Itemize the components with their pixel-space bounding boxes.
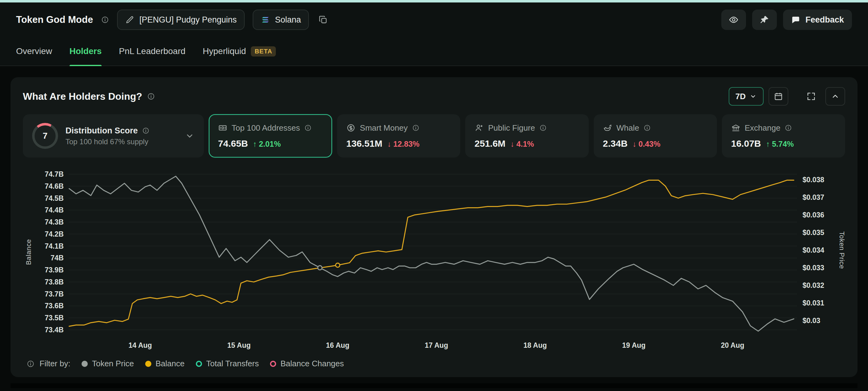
stat-value: 136.51M <box>346 138 382 149</box>
timeframe-select[interactable]: 7D <box>729 87 764 106</box>
coin-dollar-icon <box>346 123 355 132</box>
timeframe-value: 7D <box>736 92 746 101</box>
watchlist-button[interactable] <box>721 9 746 30</box>
bottom-strip <box>10 383 858 388</box>
header-actions: Feedback <box>721 9 852 30</box>
stat-change: ↓ 12.83% <box>388 140 420 149</box>
chevron-down-icon <box>749 93 757 100</box>
tab-hyperliquid[interactable]: Hyperliquid BETA <box>203 37 276 65</box>
tab-holders[interactable]: Holders <box>69 37 102 65</box>
stat-card-public-figure[interactable]: Public Figure 251.6M ↓ 4.1% <box>465 114 588 158</box>
stat-value: 2.34B <box>603 138 628 149</box>
whale-icon <box>603 123 612 132</box>
stat-change: ↑ 2.01% <box>253 140 281 149</box>
page-title: Token God Mode <box>16 14 93 25</box>
filter-row: Filter by: Token Price Balance Total Tra… <box>23 359 845 368</box>
feedback-button[interactable]: Feedback <box>783 9 852 30</box>
bank-icon <box>731 123 740 132</box>
info-icon[interactable] <box>644 124 651 132</box>
svg-text:$0.038: $0.038 <box>803 176 825 184</box>
token-selector-label: [PENGU] Pudgy Penguins <box>139 15 237 25</box>
distribution-subtitle: Top 100 hold 67% supply <box>65 137 150 146</box>
svg-text:74.6B: 74.6B <box>45 182 64 190</box>
holders-panel: What Are Holders Doing? 7D 7 <box>10 77 858 377</box>
svg-text:18 Aug: 18 Aug <box>523 341 547 349</box>
banknote-icon <box>218 123 227 132</box>
edit-icon <box>125 15 134 24</box>
token-god-mode-app: Token God Mode [PENGU] Pudgy Penguins So… <box>0 0 868 391</box>
stat-label: Smart Money <box>360 123 408 133</box>
svg-text:73.5B: 73.5B <box>45 314 64 322</box>
stat-card-smart-money[interactable]: Smart Money 136.51M ↓ 12.83% <box>337 114 460 158</box>
pin-button[interactable] <box>752 9 777 30</box>
fullscreen-button[interactable] <box>802 87 820 106</box>
panel-header: What Are Holders Doing? 7D <box>23 87 845 106</box>
info-icon[interactable] <box>539 124 547 132</box>
info-icon[interactable] <box>304 124 312 132</box>
filter-option-total-transfers[interactable]: Total Transfers <box>196 359 259 368</box>
info-icon[interactable] <box>27 360 35 368</box>
copy-icon <box>318 15 328 25</box>
pin-icon <box>760 15 770 25</box>
chain-selector[interactable]: Solana <box>253 9 309 30</box>
info-icon[interactable] <box>784 124 792 132</box>
radio-dot <box>145 361 151 367</box>
distribution-score-card[interactable]: 7 Distribution Score Top 100 hold 67% su… <box>23 114 204 158</box>
info-icon[interactable] <box>142 127 150 134</box>
token-selector[interactable]: [PENGU] Pudgy Penguins <box>117 9 245 30</box>
info-icon[interactable] <box>147 92 155 100</box>
svg-text:73.7B: 73.7B <box>45 290 64 298</box>
collapse-button[interactable] <box>825 87 845 106</box>
svg-text:$0.037: $0.037 <box>803 193 824 201</box>
svg-text:17 Aug: 17 Aug <box>425 341 448 349</box>
top-progress-strip <box>0 0 868 2</box>
svg-text:15 Aug: 15 Aug <box>227 341 251 349</box>
calendar-button[interactable] <box>769 87 788 106</box>
distribution-score-label: Distribution Score <box>65 126 138 136</box>
solana-icon <box>261 15 270 24</box>
stat-card-top-100-addresses[interactable]: Top 100 Addresses 74.65B ↑ 2.01% <box>209 114 332 158</box>
stat-label: Top 100 Addresses <box>232 123 300 133</box>
svg-text:74B: 74B <box>51 254 64 262</box>
stat-card-exchange[interactable]: Exchange 16.07B ↑ 5.74% <box>722 114 845 158</box>
info-icon[interactable] <box>101 16 109 24</box>
tab-overview[interactable]: Overview <box>16 37 52 65</box>
svg-text:$0.036: $0.036 <box>803 211 824 219</box>
stat-card-whale[interactable]: Whale 2.34B ↓ 0.43% <box>594 114 717 158</box>
filter-option-balance-changes[interactable]: Balance Changes <box>270 359 344 368</box>
svg-text:73.4B: 73.4B <box>45 326 64 334</box>
svg-text:74.7B: 74.7B <box>45 170 64 178</box>
svg-text:74.2B: 74.2B <box>45 230 64 238</box>
stat-value: 16.07B <box>731 138 761 149</box>
chat-bubble-icon <box>791 15 800 24</box>
svg-text:74.4B: 74.4B <box>45 206 64 214</box>
info-icon[interactable] <box>412 124 420 132</box>
chevron-down-icon[interactable] <box>185 131 195 141</box>
svg-text:73.8B: 73.8B <box>45 278 64 286</box>
stat-value: 251.6M <box>474 138 505 149</box>
svg-text:14 Aug: 14 Aug <box>128 341 152 349</box>
svg-text:$0.033: $0.033 <box>803 264 824 272</box>
panel-controls: 7D <box>729 87 845 106</box>
tab-pnl-leaderboard[interactable]: PnL Leaderboard <box>119 37 185 65</box>
copy-address-button[interactable] <box>317 13 329 26</box>
svg-text:$0.034: $0.034 <box>803 246 825 254</box>
svg-text:19 Aug: 19 Aug <box>622 341 646 349</box>
holders-balance-price-chart[interactable]: 74.7B74.6B74.5B74.4B74.3B74.2B74.1B74B73… <box>23 166 845 353</box>
svg-text:74.5B: 74.5B <box>45 194 64 202</box>
stat-change: ↓ 0.43% <box>632 140 660 149</box>
filter-option-token-price[interactable]: Token Price <box>82 359 134 368</box>
stat-change: ↓ 4.1% <box>510 140 534 149</box>
beta-badge: BETA <box>251 46 276 57</box>
eye-icon <box>728 14 739 25</box>
svg-text:16 Aug: 16 Aug <box>326 341 349 349</box>
stat-value: 74.65B <box>218 138 248 149</box>
svg-text:$0.032: $0.032 <box>803 281 824 289</box>
svg-text:$0.03: $0.03 <box>803 317 820 325</box>
svg-text:$0.031: $0.031 <box>803 299 825 307</box>
person-star-icon <box>474 123 484 132</box>
stat-label: Whale <box>617 123 640 133</box>
feedback-label: Feedback <box>805 15 844 25</box>
svg-text:20 Aug: 20 Aug <box>721 341 744 349</box>
filter-option-balance[interactable]: Balance <box>145 359 185 368</box>
